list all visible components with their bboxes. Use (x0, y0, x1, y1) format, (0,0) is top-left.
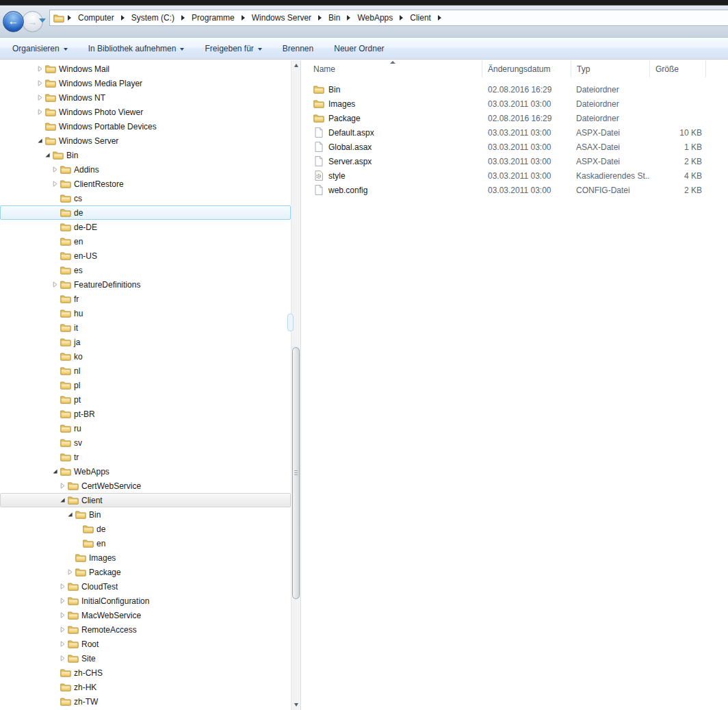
chevron-collapsed-icon[interactable] (59, 597, 66, 605)
table-row[interactable]: web.config03.03.2011 03:00CONFIG-Datei2 … (303, 183, 728, 197)
tree-row[interactable]: Images (0, 550, 291, 565)
tree-row[interactable]: RemoteAccess (0, 622, 291, 637)
back-button[interactable]: ← (3, 11, 24, 32)
chevron-collapsed-icon[interactable] (59, 611, 66, 619)
tree-row[interactable]: Site (0, 651, 291, 665)
tree-row[interactable]: Addins (0, 162, 291, 177)
tree-row[interactable]: Package (0, 565, 291, 579)
tree-row[interactable]: Root (0, 637, 291, 651)
chevron-collapsed-icon[interactable] (59, 482, 66, 490)
tree-row[interactable]: ClientRestore (0, 177, 291, 191)
tree-row[interactable]: Windows NT (0, 90, 291, 105)
chevron-collapsed-icon[interactable] (36, 65, 44, 73)
table-row[interactable]: style03.03.2011 03:00Kaskadierendes St..… (303, 168, 728, 183)
tree-row[interactable]: CertWebService (0, 479, 291, 493)
breadcrumb-segment[interactable]: Client (405, 11, 436, 25)
tree-row[interactable]: Bin (0, 507, 291, 522)
tree-row[interactable]: es (0, 263, 291, 277)
table-row[interactable]: Global.asax03.03.2011 03:00ASAX-Datei1 K… (303, 140, 728, 154)
tree-scrollbar[interactable] (291, 60, 300, 710)
tree-row[interactable]: zh-CHS (0, 665, 291, 680)
tree-row[interactable]: Windows Portable Devices (0, 119, 291, 134)
chevron-collapsed-icon[interactable] (36, 79, 44, 87)
chevron-expanded-icon[interactable] (59, 496, 66, 504)
chevron-collapsed-icon[interactable] (51, 166, 59, 173)
table-row[interactable]: Package02.08.2016 16:29Dateiordner (303, 111, 728, 125)
chevron-expanded-icon[interactable] (44, 151, 51, 159)
tree-row[interactable]: de (0, 522, 291, 536)
tree-row[interactable]: Windows Server (0, 134, 291, 148)
chevron-collapsed-icon[interactable] (51, 180, 59, 188)
table-row[interactable]: Server.aspx03.03.2011 03:00ASPX-Datei2 K… (303, 154, 728, 168)
tree-row[interactable]: pt (0, 392, 291, 407)
tree-row[interactable]: WebApps (0, 464, 291, 479)
breadcrumb-segment[interactable]: Windows Server (247, 11, 316, 25)
tree-row[interactable]: pt-BR (0, 407, 291, 421)
tree-row[interactable]: FeatureDefinitions (0, 277, 291, 292)
tree-row[interactable]: pl (0, 378, 291, 392)
address-bar[interactable]: ComputerSystem (C:)ProgrammeWindows Serv… (49, 10, 728, 26)
table-row[interactable]: Bin02.08.2016 16:29Dateiordner (303, 82, 728, 97)
tree-row[interactable]: Windows Media Player (0, 76, 291, 90)
tree-row[interactable]: Client (0, 493, 291, 507)
expander-placeholder (51, 266, 59, 274)
tree-row[interactable]: en (0, 536, 291, 550)
tree-row[interactable]: de-DE (0, 220, 291, 234)
tree-row[interactable]: sv (0, 435, 291, 450)
chevron-collapsed-icon[interactable] (36, 94, 44, 101)
tree-row[interactable]: CloudTest (0, 579, 291, 594)
chevron-collapsed-icon[interactable] (36, 108, 44, 116)
folder-icon (75, 553, 86, 562)
tree-row[interactable]: nl (0, 364, 291, 378)
toolbar-button-neuer-ordner[interactable]: Neuer Ordner (328, 41, 389, 56)
chevron-expanded-icon[interactable] (36, 137, 44, 144)
tree-row[interactable]: de (0, 205, 291, 220)
tree-row[interactable]: en-US (0, 249, 291, 263)
tree-row[interactable]: tr (0, 450, 291, 464)
scrollbar-thumb[interactable] (292, 347, 300, 599)
tree-row[interactable]: cs (0, 191, 291, 205)
tree-row[interactable]: ru (0, 421, 291, 435)
chevron-collapsed-icon[interactable] (51, 281, 59, 288)
chevron-collapsed-icon[interactable] (59, 640, 66, 648)
tree-row[interactable]: zh-TW (0, 694, 291, 709)
breadcrumb-segment[interactable]: System (C:) (127, 11, 179, 25)
tree-row[interactable]: it (0, 320, 291, 335)
tree-row[interactable]: Windows Photo Viewer (0, 105, 291, 119)
breadcrumb-segment[interactable]: Bin (324, 11, 345, 25)
chevron-expanded-icon[interactable] (66, 511, 74, 518)
tree-row[interactable]: ja (0, 335, 291, 349)
breadcrumb-segment[interactable]: WebApps (352, 11, 398, 25)
splitter-handle[interactable] (287, 314, 294, 331)
tree-row[interactable]: MacWebService (0, 608, 291, 622)
toolbar-button-in-bibliothek-aufnehmen[interactable]: In Bibliothek aufnehmen (83, 41, 190, 56)
chevron-collapsed-icon[interactable] (59, 626, 66, 633)
tree-row[interactable]: Windows Mail (0, 62, 291, 76)
chevron-expanded-icon[interactable] (51, 468, 59, 475)
table-row[interactable]: Default.aspx03.03.2011 03:00ASPX-Datei10… (303, 125, 728, 140)
breadcrumb-segment[interactable]: Programme (187, 11, 239, 25)
tree-row[interactable]: hu (0, 306, 291, 320)
scroll-up-button[interactable] (291, 60, 300, 71)
column-header-gre[interactable]: Größe (650, 60, 706, 77)
column-header-name[interactable]: Name (303, 60, 482, 77)
column-header-nderungsdatum[interactable]: Änderungsdatum (482, 60, 571, 77)
table-row[interactable]: Images03.03.2011 03:00Dateiordner (303, 97, 728, 111)
tree-row[interactable]: en (0, 234, 291, 249)
chevron-collapsed-icon[interactable] (59, 583, 66, 590)
toolbar-button-freigeben-f-r[interactable]: Freigeben für (199, 41, 267, 56)
tree-row[interactable]: InitialConfiguration (0, 594, 291, 608)
chevron-collapsed-icon[interactable] (66, 568, 74, 576)
tree-row[interactable]: Bin (0, 148, 291, 162)
column-header-typ[interactable]: Typ (571, 60, 650, 77)
scroll-down-button[interactable] (291, 700, 300, 710)
recent-pages-dropdown-icon[interactable] (39, 18, 46, 23)
toolbar-button-organisieren[interactable]: Organisieren (7, 41, 73, 56)
tree-row[interactable]: fr (0, 292, 291, 306)
tree-row[interactable]: zh-HK (0, 680, 291, 694)
chevron-collapsed-icon[interactable] (59, 655, 66, 662)
breadcrumb-segment[interactable]: Computer (73, 11, 119, 25)
toolbar-button-brennen[interactable]: Brennen (277, 41, 319, 56)
date-modified-cell: 03.03.2011 03:00 (482, 142, 571, 152)
tree-row[interactable]: ko (0, 349, 291, 364)
